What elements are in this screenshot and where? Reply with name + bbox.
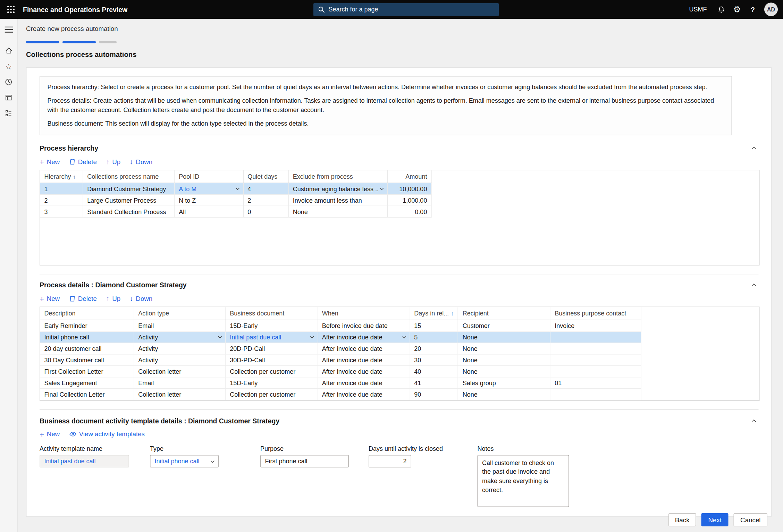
sidebar-item-home[interactable] <box>0 43 17 58</box>
cell-when[interactable]: After invoice due date <box>318 354 410 366</box>
cell-contact[interactable] <box>550 366 641 377</box>
cell-process-name[interactable]: Large Customer Process <box>83 194 175 206</box>
cell-amount[interactable]: 1,000.00 <box>388 194 431 206</box>
column-header-business-document[interactable]: Business document <box>226 307 318 320</box>
cell-recipient[interactable]: Sales group <box>458 377 550 389</box>
cancel-button[interactable]: Cancel <box>734 513 767 526</box>
cell-pool-id[interactable]: All <box>175 206 243 217</box>
cell-action-type[interactable]: Collection letter <box>134 389 226 400</box>
cell-when[interactable]: After invoice due date <box>318 343 410 354</box>
nav-menu-button[interactable] <box>0 22 17 37</box>
cell-recipient[interactable]: Customer <box>458 320 550 331</box>
cell-action-type[interactable]: Email <box>134 320 226 331</box>
cell-business-document[interactable]: 30D-PD-Call <box>226 354 318 366</box>
cell-business-document[interactable]: 15D-Early <box>226 377 318 389</box>
column-header-action-type[interactable]: Action type <box>134 307 226 320</box>
cell-description[interactable]: Sales Engagement <box>40 377 134 389</box>
next-button[interactable]: Next <box>701 513 729 526</box>
cell-days[interactable]: 15 <box>410 320 458 331</box>
cell-recipient[interactable]: None <box>458 343 550 354</box>
type-dropdown[interactable]: Initial phone call <box>150 455 219 467</box>
cell-action-type[interactable]: Activity <box>134 343 226 354</box>
cell-quiet-days[interactable]: 2 <box>243 194 289 206</box>
move-down-button[interactable]: ↓Down <box>130 158 152 165</box>
column-header-amount[interactable]: Amount <box>388 170 431 183</box>
collapse-section-button[interactable] <box>749 417 759 425</box>
cell-business-document[interactable]: Collection per customer <box>226 389 318 400</box>
cell-recipient[interactable]: None <box>458 366 550 377</box>
table-row[interactable]: 30 Day Customer call Activity 30D-PD-Cal… <box>40 354 641 366</box>
view-activity-templates-button[interactable]: View activity templates <box>69 431 145 438</box>
cell-exclude[interactable]: Invoice amount less than <box>288 194 388 206</box>
cell-pool-id[interactable]: A to M <box>175 183 243 194</box>
collapse-section-button[interactable] <box>749 144 759 152</box>
table-row[interactable]: 3 Standard Collection Process All 0 None… <box>40 206 432 217</box>
cell-days[interactable]: 5 <box>410 331 458 343</box>
sidebar-item-modules[interactable] <box>0 105 17 121</box>
cell-days[interactable]: 40 <box>410 366 458 377</box>
cell-action-type[interactable]: Activity <box>134 354 226 366</box>
cell-recipient[interactable]: None <box>458 354 550 366</box>
cell-process-name[interactable]: Diamond Customer Strategy <box>83 183 175 194</box>
cell-days[interactable]: 41 <box>410 377 458 389</box>
search-input[interactable] <box>329 6 494 13</box>
cell-description[interactable]: Early Reminder <box>40 320 134 331</box>
table-row[interactable]: Early Reminder Email 15D-Early Before in… <box>40 320 641 331</box>
column-header-description[interactable]: Description <box>40 307 134 320</box>
column-header-exclude[interactable]: Exclude from process <box>288 170 388 183</box>
new-button[interactable]: +New <box>40 295 60 303</box>
cell-business-document[interactable]: Collection per customer <box>226 366 318 377</box>
column-header-hierarchy[interactable]: Hierarchy↑ <box>40 170 83 183</box>
cell-description[interactable]: First Collection Letter <box>40 366 134 377</box>
column-header-recipient[interactable]: Recipient <box>458 307 550 320</box>
cell-when[interactable]: After invoice due date <box>318 377 410 389</box>
cell-description[interactable]: Initial phone call <box>40 331 134 343</box>
cell-description[interactable]: Final Collection Letter <box>40 389 134 400</box>
cell-quiet-days[interactable]: 0 <box>243 206 289 217</box>
app-launcher-button[interactable] <box>3 2 19 17</box>
cell-when[interactable]: After invoice due date <box>318 389 410 400</box>
move-up-button[interactable]: ↑Up <box>106 295 120 302</box>
sidebar-item-favorites[interactable]: ☆ <box>0 58 17 74</box>
delete-button[interactable]: Delete <box>69 158 97 165</box>
cell-amount[interactable]: 0.00 <box>388 206 431 217</box>
move-up-button[interactable]: ↑Up <box>106 158 120 165</box>
days-until-closed-field[interactable] <box>369 455 411 467</box>
new-button[interactable]: +New <box>40 430 60 438</box>
cell-description[interactable]: 30 Day Customer call <box>40 354 134 366</box>
cell-contact[interactable] <box>550 389 641 400</box>
cell-days[interactable]: 90 <box>410 389 458 400</box>
cell-hierarchy[interactable]: 1 <box>40 183 83 194</box>
table-row[interactable]: 1 Diamond Customer Strategy A to M 4 Cus… <box>40 183 432 194</box>
table-row[interactable]: Initial phone call Activity Initial past… <box>40 331 641 343</box>
sidebar-item-workspaces[interactable] <box>0 90 17 105</box>
table-row[interactable]: 20 day customer call Activity 20D-PD-Cal… <box>40 343 641 354</box>
sidebar-item-recent[interactable] <box>0 74 17 90</box>
cell-amount[interactable]: 10,000.00 <box>388 183 431 194</box>
table-row[interactable]: Final Collection Letter Collection lette… <box>40 389 641 400</box>
cell-recipient[interactable]: None <box>458 331 550 343</box>
cell-quiet-days[interactable]: 4 <box>243 183 289 194</box>
help-button[interactable]: ? <box>746 2 760 17</box>
table-row[interactable]: First Collection Letter Collection lette… <box>40 366 641 377</box>
cell-when[interactable]: After invoice due date <box>318 331 410 343</box>
cell-action-type[interactable]: Collection letter <box>134 366 226 377</box>
column-header-pool-id[interactable]: Pool ID <box>175 170 243 183</box>
delete-button[interactable]: Delete <box>69 295 97 302</box>
cell-contact[interactable]: Invoice <box>550 320 641 331</box>
cell-pool-id[interactable]: N to Z <box>175 194 243 206</box>
column-header-when[interactable]: When <box>318 307 410 320</box>
cell-hierarchy[interactable]: 3 <box>40 206 83 217</box>
column-header-contact[interactable]: Business purpose contact <box>550 307 641 320</box>
cell-days[interactable]: 30 <box>410 354 458 366</box>
cell-action-type[interactable]: Activity <box>134 331 226 343</box>
cell-hierarchy[interactable]: 2 <box>40 194 83 206</box>
new-button[interactable]: +New <box>40 158 60 166</box>
avatar[interactable]: AD <box>764 3 778 16</box>
cell-when[interactable]: Before invoice due date <box>318 320 410 331</box>
table-row[interactable]: Sales Engagement Email 15D-Early After i… <box>40 377 641 389</box>
cell-when[interactable]: After invoice due date <box>318 366 410 377</box>
cell-business-document[interactable]: Initial past due call <box>226 331 318 343</box>
cell-contact[interactable] <box>550 331 641 343</box>
collapse-section-button[interactable] <box>749 281 759 289</box>
